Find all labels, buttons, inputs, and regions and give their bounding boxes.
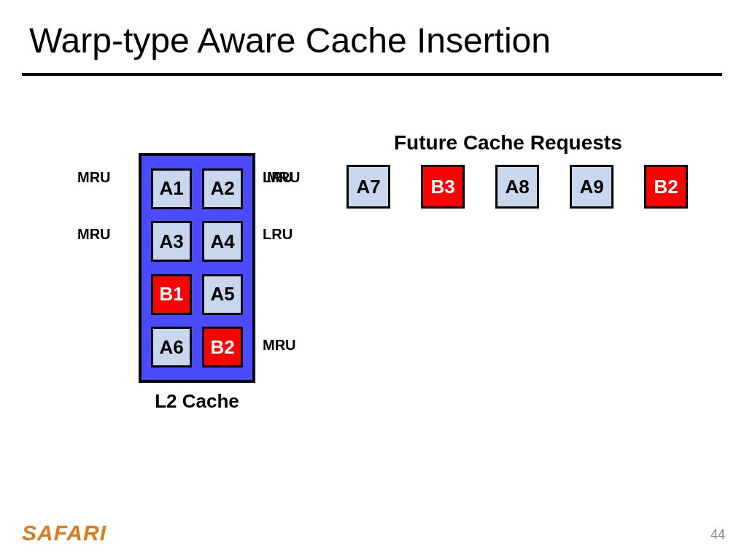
cache-cell: A3 xyxy=(151,221,192,262)
title-underline xyxy=(22,73,722,76)
cache-cell: A4 xyxy=(202,221,243,262)
cache-cell: B2 xyxy=(202,327,243,368)
future-requests-row: A7 B3 A8 A9 B2 xyxy=(347,165,688,209)
l2-cache-caption: L2 Cache xyxy=(146,390,248,413)
future-cell: A8 xyxy=(495,165,539,209)
row-label-left: MRU xyxy=(77,226,111,243)
cache-row: A6 B2 xyxy=(151,327,243,368)
row-label-right: LRU xyxy=(263,226,293,243)
l2-cache-box: A1 A2 A3 A4 B1 A5 A6 B2 xyxy=(139,153,255,383)
future-requests-title: Future Cache Requests xyxy=(394,131,622,155)
slide-title: Warp-type Aware Cache Insertion xyxy=(29,20,551,61)
future-cell: B3 xyxy=(421,165,465,209)
cache-row: A3 A4 xyxy=(151,221,243,262)
future-cell: A7 xyxy=(347,165,390,209)
row-label-left: MRU xyxy=(77,169,111,186)
cache-cell: A6 xyxy=(151,327,192,368)
cache-row: B1 A5 xyxy=(151,274,243,315)
row-label-right-overlap: MRU xyxy=(267,169,301,186)
safari-logo: SAFARI xyxy=(22,521,107,545)
l2-cache-grid: A1 A2 A3 A4 B1 A5 A6 B2 xyxy=(142,156,252,380)
row-label-right: MRU xyxy=(263,337,296,354)
cache-cell: A2 xyxy=(202,168,243,209)
cache-cell: A5 xyxy=(202,274,243,315)
page-number: 44 xyxy=(711,527,725,542)
cache-row: A1 A2 xyxy=(151,168,243,209)
future-cell: A9 xyxy=(570,165,614,209)
future-cell: B2 xyxy=(644,165,688,209)
cache-cell: B1 xyxy=(151,274,192,315)
cache-cell: A1 xyxy=(151,168,192,209)
